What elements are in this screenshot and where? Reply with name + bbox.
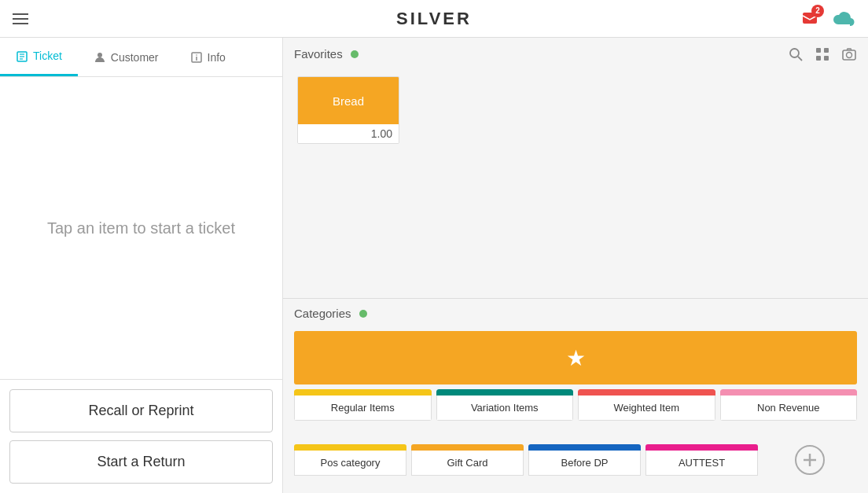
favorites-grid: Bread 1.00 — [283, 67, 868, 298]
item-card-bread[interactable]: Bread 1.00 — [297, 76, 399, 144]
category-regular-items-label: Regular Items — [294, 396, 432, 421]
item-card-bread-name: Bread — [298, 77, 399, 124]
svg-point-5 — [97, 53, 102, 57]
favorites-status-dot — [351, 50, 359, 58]
category-favorites[interactable]: ★ — [294, 331, 857, 384]
category-gift-card-label: Gift Card — [411, 451, 524, 476]
right-panel: Favorites — [283, 38, 868, 493]
category-pos-category[interactable]: Pos category — [294, 433, 406, 487]
info-icon — [190, 50, 203, 64]
tab-info[interactable]: Info — [175, 38, 241, 76]
top-bar: SILVER 2 — [0, 0, 868, 38]
categories-status-dot — [359, 310, 367, 318]
svg-rect-11 — [816, 48, 821, 53]
hamburger-menu[interactable] — [13, 13, 28, 24]
category-non-revenue[interactable]: Non Revenue — [720, 389, 858, 421]
svg-point-8 — [196, 54, 197, 56]
category-weighted-item[interactable]: Weighted Item — [578, 389, 715, 421]
left-panel: Ticket Customer — [0, 38, 283, 493]
svg-point-9 — [790, 49, 799, 57]
category-regular-items[interactable]: Regular Items — [294, 389, 432, 421]
favorites-header: Favorites — [283, 38, 868, 67]
favorites-title: Favorites — [294, 47, 343, 61]
category-pos-category-label: Pos category — [294, 451, 406, 476]
categories-section: Categories ★ Regular Items Variation Ite… — [283, 298, 868, 493]
category-auttest[interactable]: AUTTEST — [645, 433, 758, 487]
category-non-revenue-label: Non Revenue — [720, 396, 858, 421]
svg-rect-14 — [824, 56, 829, 61]
categories-row1: ★ Regular Items Variation Items Weighted… — [283, 325, 868, 427]
category-gift-card[interactable]: Gift Card — [411, 433, 524, 487]
search-icon[interactable] — [788, 46, 804, 62]
tab-bar: Ticket Customer — [0, 38, 282, 77]
category-auttest-label: AUTTEST — [645, 451, 758, 476]
notification-badge: 2 — [811, 5, 824, 17]
ticket-icon — [16, 49, 28, 63]
svg-line-10 — [798, 57, 802, 61]
bottom-buttons: Recall or Reprint Start a Return — [0, 379, 282, 493]
camera-icon[interactable] — [841, 46, 857, 62]
ticket-placeholder: Tap an item to start a ticket — [47, 219, 235, 237]
svg-rect-12 — [824, 48, 829, 53]
categories-header: Categories — [283, 299, 868, 325]
tab-ticket-label: Ticket — [33, 50, 62, 62]
categories-title: Categories — [294, 307, 351, 320]
category-before-dp-label: Before DP — [528, 451, 641, 476]
notification-icon[interactable]: 2 — [800, 9, 819, 28]
app-title: SILVER — [396, 9, 472, 29]
ticket-area: Tap an item to start a ticket — [0, 77, 282, 379]
tab-ticket[interactable]: Ticket — [0, 38, 78, 76]
tab-info-label: Info — [208, 51, 226, 64]
start-return-button[interactable]: Start a Return — [9, 440, 273, 484]
customer-icon — [94, 50, 106, 64]
favorites-actions — [788, 46, 857, 62]
recall-reprint-button[interactable]: Recall or Reprint — [9, 389, 273, 432]
item-card-bread-price: 1.00 — [298, 124, 399, 143]
svg-point-16 — [847, 53, 852, 58]
grid-icon[interactable] — [815, 46, 830, 62]
category-weighted-item-label: Weighted Item — [578, 396, 715, 421]
svg-rect-13 — [816, 56, 821, 61]
category-variation-items-label: Variation Items — [436, 396, 574, 421]
add-category-button[interactable] — [763, 433, 857, 487]
tab-customer-label: Customer — [111, 51, 159, 64]
main-content: Ticket Customer — [0, 38, 868, 493]
category-before-dp[interactable]: Before DP — [528, 433, 641, 487]
cloud-icon[interactable] — [832, 10, 855, 28]
tab-customer[interactable]: Customer — [78, 38, 175, 76]
top-bar-actions: 2 — [800, 9, 855, 28]
categories-row2: Pos category Gift Card Before DP AUTTEST — [283, 427, 868, 493]
category-variation-items[interactable]: Variation Items — [436, 389, 574, 421]
